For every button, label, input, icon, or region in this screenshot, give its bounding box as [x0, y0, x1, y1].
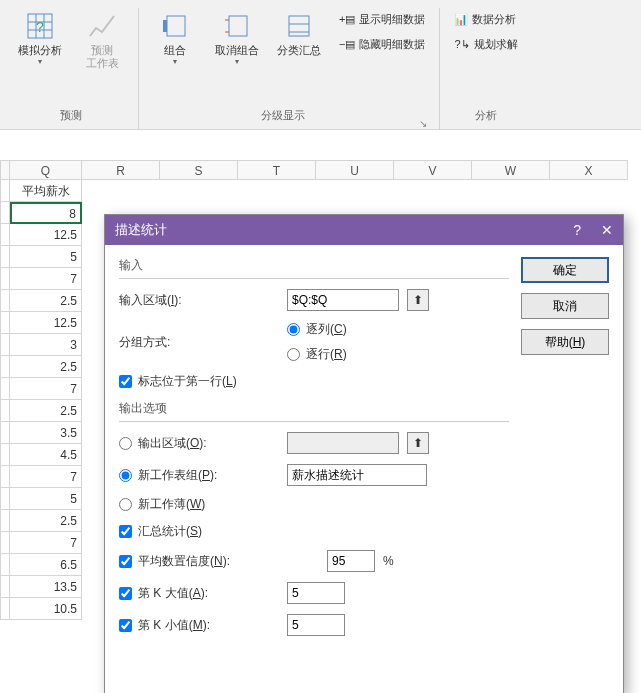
- confidence-checkbox[interactable]: 平均数置信度(N):: [119, 553, 319, 570]
- new-workbook-radio[interactable]: 新工作薄(W): [119, 496, 205, 513]
- ungroup-icon: [221, 10, 253, 42]
- column-header[interactable]: W: [472, 160, 550, 180]
- cell[interactable]: 7: [10, 268, 82, 290]
- data-analysis-button[interactable]: 📊 数据分析: [448, 8, 523, 31]
- ok-button[interactable]: 确定: [521, 257, 609, 283]
- column-header[interactable]: S: [160, 160, 238, 180]
- group-button[interactable]: 组合 ▾: [147, 8, 203, 68]
- output-section: 输出选项 输出区域(O): ⬆ 新工作表组(P): 新工作薄(W) 汇总统计(S…: [119, 400, 509, 636]
- grouped-by-label: 分组方式:: [119, 334, 279, 351]
- cell[interactable]: 13.5: [10, 576, 82, 598]
- what-if-label: 模拟分析: [18, 44, 62, 57]
- svg-rect-8: [229, 16, 247, 36]
- show-detail-icon: +▤: [339, 13, 355, 26]
- cell[interactable]: 3: [10, 334, 82, 356]
- ribbon-group-outline: 组合 ▾ 取消组合 ▾ 分类汇总 +▤ 显示明细数据: [139, 8, 440, 129]
- subtotal-button[interactable]: 分类汇总: [271, 8, 327, 59]
- cell[interactable]: 6.5: [10, 554, 82, 576]
- input-section: 输入 输入区域(I): ⬆ 分组方式: 逐列(C) 逐行(R) 标志位于第一行(…: [119, 257, 509, 390]
- kth-largest-field[interactable]: [287, 582, 345, 604]
- output-range-radio[interactable]: 输出区域(O):: [119, 435, 279, 452]
- kth-smallest-checkbox[interactable]: 第 K 小值(M):: [119, 617, 279, 634]
- column-header[interactable]: V: [394, 160, 472, 180]
- output-range-field: [287, 432, 399, 454]
- cell[interactable]: 2.5: [10, 400, 82, 422]
- cell[interactable]: 4.5: [10, 444, 82, 466]
- column-header[interactable]: R: [82, 160, 160, 180]
- column-header[interactable]: U: [316, 160, 394, 180]
- show-detail-button: +▤ 显示明细数据: [333, 8, 431, 31]
- range-picker-icon[interactable]: ⬆: [407, 432, 429, 454]
- cell[interactable]: 7: [10, 466, 82, 488]
- cell[interactable]: 7: [10, 532, 82, 554]
- show-detail-label: 显示明细数据: [359, 12, 425, 27]
- dialog-launcher-icon[interactable]: ↘: [419, 118, 427, 129]
- cell[interactable]: 2.5: [10, 356, 82, 378]
- ribbon-group-analysis: 📊 数据分析 ?↳ 规划求解 分析: [440, 8, 531, 129]
- by-row-radio[interactable]: 逐行(R): [287, 346, 347, 363]
- svg-rect-11: [289, 16, 309, 36]
- svg-rect-6: [167, 16, 185, 36]
- ungroup-label: 取消组合: [215, 44, 259, 57]
- close-icon[interactable]: ✕: [601, 222, 613, 238]
- kth-largest-checkbox[interactable]: 第 K 大值(A):: [119, 585, 279, 602]
- cell[interactable]: 5: [10, 246, 82, 268]
- cell[interactable]: 2.5: [10, 290, 82, 312]
- new-worksheet-radio[interactable]: 新工作表组(P):: [119, 467, 279, 484]
- what-if-button[interactable]: ? 模拟分析 ▾: [12, 8, 68, 68]
- forecast-sheet-icon: [86, 10, 118, 42]
- chevron-down-icon: ▾: [235, 57, 239, 66]
- kth-smallest-field[interactable]: [287, 614, 345, 636]
- column-header[interactable]: T: [238, 160, 316, 180]
- cell[interactable]: 5: [10, 488, 82, 510]
- input-range-field[interactable]: [287, 289, 399, 311]
- chevron-down-icon: ▾: [173, 57, 177, 66]
- range-picker-icon[interactable]: ⬆: [407, 289, 429, 311]
- help-icon[interactable]: ?: [573, 222, 581, 238]
- solver-label: 规划求解: [474, 37, 518, 52]
- group-title-outline: 分级显示: [147, 104, 419, 129]
- group-title-analysis: 分析: [475, 104, 497, 129]
- solver-button[interactable]: ?↳ 规划求解: [448, 33, 523, 56]
- group-label: 组合: [164, 44, 186, 57]
- dialog-title-text: 描述统计: [115, 221, 167, 239]
- subtotal-label: 分类汇总: [277, 44, 321, 57]
- descriptive-statistics-dialog: 描述统计 ? ✕ 输入 输入区域(I): ⬆ 分组方式: 逐列(C) 逐行(R): [104, 214, 624, 693]
- percent-label: %: [383, 554, 394, 568]
- what-if-icon: ?: [24, 10, 56, 42]
- cell[interactable]: 3.5: [10, 422, 82, 444]
- forecast-sheet-label: 预测工作表: [86, 44, 119, 70]
- group-icon: [159, 10, 191, 42]
- svg-rect-7: [163, 20, 167, 32]
- cell[interactable]: 平均薪水: [10, 180, 82, 202]
- ungroup-button[interactable]: 取消组合 ▾: [209, 8, 265, 68]
- help-button[interactable]: 帮助(H): [521, 329, 609, 355]
- cell[interactable]: 12.5: [10, 224, 82, 246]
- chevron-down-icon: ▾: [38, 57, 42, 66]
- hide-detail-button: −▤ 隐藏明细数据: [333, 33, 431, 56]
- column-headers: QRSTUVWX: [0, 160, 641, 180]
- corner-cell[interactable]: [0, 160, 10, 180]
- cell[interactable]: 10.5: [10, 598, 82, 620]
- solver-icon: ?↳: [454, 38, 469, 51]
- cell[interactable]: 7: [10, 378, 82, 400]
- cell[interactable]: 8: [10, 202, 82, 224]
- output-section-title: 输出选项: [119, 400, 509, 422]
- cell[interactable]: 12.5: [10, 312, 82, 334]
- group-title-forecast: 预测: [60, 104, 82, 129]
- svg-text:?: ?: [36, 19, 44, 35]
- dialog-titlebar[interactable]: 描述统计 ? ✕: [105, 215, 623, 245]
- column-header[interactable]: Q: [10, 160, 82, 180]
- new-worksheet-name-field[interactable]: [287, 464, 427, 486]
- confidence-field[interactable]: [327, 550, 375, 572]
- cancel-button[interactable]: 取消: [521, 293, 609, 319]
- hide-detail-label: 隐藏明细数据: [359, 37, 425, 52]
- subtotal-icon: [283, 10, 315, 42]
- input-range-label: 输入区域(I):: [119, 292, 279, 309]
- summary-stats-checkbox[interactable]: 汇总统计(S): [119, 523, 202, 540]
- labels-first-row-checkbox[interactable]: 标志位于第一行(L): [119, 373, 237, 390]
- ribbon-group-forecast: ? 模拟分析 ▾ 预测工作表 预测: [4, 8, 139, 129]
- cell[interactable]: 2.5: [10, 510, 82, 532]
- column-header[interactable]: X: [550, 160, 628, 180]
- by-column-radio[interactable]: 逐列(C): [287, 321, 347, 338]
